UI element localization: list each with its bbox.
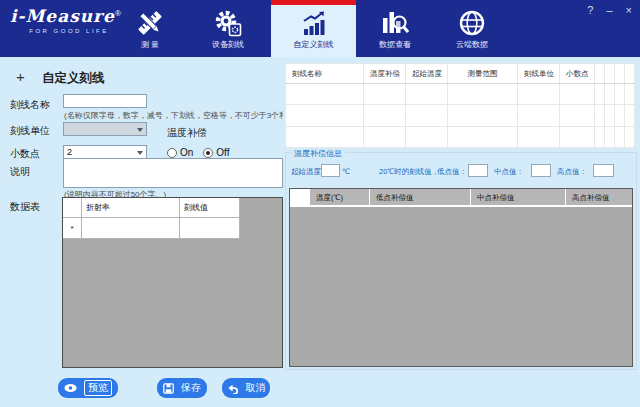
table-row[interactable] xyxy=(286,105,635,126)
low-point-input[interactable] xyxy=(468,164,488,177)
app-window: { "brand": { "name": "i-Measure", "regis… xyxy=(0,0,640,407)
data-grid-new-row[interactable]: * xyxy=(63,218,282,239)
scale-name-hint: (名称仅限字母，数字，减号，下划线，空格等，不可少于3个和超过16个 xyxy=(64,110,283,121)
low-point-label: 低点值： xyxy=(437,167,467,177)
compensation-table[interactable]: 温度(℃) 低点补偿值 中点补偿值 高点补偿值 xyxy=(289,188,633,367)
tab-measure[interactable]: 测 量 xyxy=(111,0,189,57)
column-header-refraction: 折射率 xyxy=(82,198,180,218)
data-table-label: 数据表 xyxy=(10,200,40,214)
chevron-down-icon xyxy=(137,151,143,155)
col-high-comp: 高点补偿值 xyxy=(566,189,632,207)
grid-cell[interactable] xyxy=(82,218,180,239)
col-temperature: 温度(℃) xyxy=(310,189,370,207)
col-empty xyxy=(625,64,635,84)
mid-point-label: 中点值： xyxy=(494,167,524,177)
preview-button[interactable]: 预览 xyxy=(58,378,118,398)
decimal-select[interactable]: 2 xyxy=(63,145,147,159)
save-button[interactable]: 保存 xyxy=(157,378,207,398)
tab-cloud-data[interactable]: 云端数据 xyxy=(433,0,511,57)
at20-label: 20℃时的刻线值， xyxy=(379,167,439,177)
table-row[interactable] xyxy=(286,84,635,105)
row-selector-header xyxy=(63,198,82,218)
window-controls: ? – × xyxy=(577,4,632,16)
page-title: 自定义刻线 xyxy=(42,70,105,87)
scale-list-table[interactable]: 刻线名称 温度补偿 起始温度 测量范围 刻线单位 小数点 xyxy=(285,63,635,148)
col-empty xyxy=(615,64,625,84)
radio-on[interactable] xyxy=(167,148,177,158)
scale-name-label: 刻线名称 xyxy=(10,98,50,112)
save-button-label: 保存 xyxy=(181,381,201,395)
preview-button-label: 预览 xyxy=(84,380,112,396)
tab-data-view[interactable]: 数据查看 xyxy=(356,0,434,57)
col-scale-name: 刻线名称 xyxy=(286,64,364,84)
refraction-data-grid[interactable]: 折射率 刻线值 * xyxy=(62,197,283,368)
temp-comp-info-groupbox: 温度补偿信息 起始温度： ℃ 20℃时的刻线值， 低点值： 中点值： 高点值： … xyxy=(285,152,637,370)
celsius-unit: ℃ xyxy=(342,167,350,176)
table-row[interactable] xyxy=(286,126,635,147)
tab-label-measure: 测 量 xyxy=(111,39,189,50)
col-start-temp: 起始温度 xyxy=(406,64,448,84)
mid-point-input[interactable] xyxy=(531,164,551,177)
tab-device-scale[interactable]: 设备刻线 xyxy=(189,0,267,57)
col-measure-range: 测量范围 xyxy=(448,64,518,84)
scale-unit-label: 刻线单位 xyxy=(10,124,50,138)
comp-table-header-row: 温度(℃) 低点补偿值 中点补偿值 高点补偿值 xyxy=(290,189,632,207)
col-empty xyxy=(605,64,615,84)
start-temp-input[interactable] xyxy=(321,164,340,177)
high-point-input[interactable] xyxy=(593,164,614,177)
chevron-down-icon xyxy=(137,128,143,132)
column-header-scale-value: 刻线值 xyxy=(180,198,240,218)
high-point-label: 高点值： xyxy=(557,167,587,177)
tab-label-custom-scale: 自定义刻线 xyxy=(271,39,356,50)
custom-scale-icon xyxy=(300,9,328,37)
minimize-button[interactable]: – xyxy=(606,4,612,16)
cancel-button[interactable]: 取消 xyxy=(222,378,270,398)
decimal-label: 小数点 xyxy=(10,147,40,161)
scale-unit-select[interactable] xyxy=(63,122,147,136)
scale-table-header-row: 刻线名称 温度补偿 起始温度 测量范围 刻线单位 小数点 xyxy=(286,64,635,84)
eye-icon xyxy=(64,383,77,393)
radio-off-label: Off xyxy=(216,147,229,158)
tab-label-device-scale: 设备刻线 xyxy=(189,39,267,50)
tab-label-cloud-data: 云端数据 xyxy=(433,39,511,50)
data-grid-header-row: 折射率 刻线值 xyxy=(63,198,282,218)
nav-bar: i-Measure® FOR GOOD LIFE 测 量 设备刻线 xyxy=(0,0,640,57)
tab-label-data-view: 数据查看 xyxy=(356,39,434,50)
radio-off[interactable] xyxy=(203,148,213,158)
close-button[interactable]: × xyxy=(626,4,632,16)
plus-icon: + xyxy=(16,68,25,85)
description-input[interactable] xyxy=(63,158,283,188)
new-row-marker: * xyxy=(63,218,82,239)
measure-icon xyxy=(136,9,164,37)
cloud-data-icon xyxy=(458,9,486,37)
cancel-button-label: 取消 xyxy=(246,381,266,395)
col-decimal: 小数点 xyxy=(560,64,595,84)
gear-icon xyxy=(214,9,242,37)
radio-on-label: On xyxy=(180,147,193,158)
temp-comp-label: 温度补偿 xyxy=(167,126,207,140)
description-label: 说明 xyxy=(10,165,30,179)
temp-comp-radio-group: On Off xyxy=(167,147,240,158)
col-empty xyxy=(595,64,605,84)
groupbox-title: 温度补偿信息 xyxy=(291,148,345,159)
col-low-comp: 低点补偿值 xyxy=(370,189,471,207)
save-icon xyxy=(163,383,174,394)
data-view-icon xyxy=(381,9,409,37)
tab-custom-scale[interactable]: 自定义刻线 xyxy=(271,0,356,57)
row-selector-header xyxy=(290,189,310,207)
col-mid-comp: 中点补偿值 xyxy=(471,189,566,207)
grid-cell[interactable] xyxy=(180,218,240,239)
col-temp-comp: 温度补偿 xyxy=(364,64,406,84)
scale-name-input[interactable] xyxy=(63,94,147,108)
col-scale-unit: 刻线单位 xyxy=(518,64,560,84)
help-button[interactable]: ? xyxy=(587,4,593,16)
undo-icon xyxy=(227,383,239,394)
